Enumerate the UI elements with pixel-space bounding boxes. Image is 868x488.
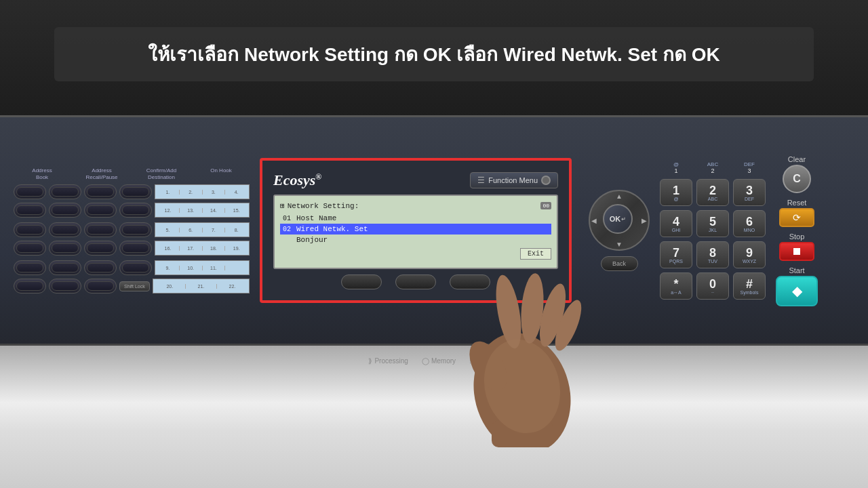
subtitle-text: ให้เราเลือก Network Setting กด OK เลือก …: [148, 44, 720, 65]
function-menu-button[interactable]: ☰ Function Menu: [470, 172, 558, 188]
sd-btn-12[interactable]: [14, 203, 46, 218]
sd-btn-15[interactable]: [119, 203, 152, 218]
start-label: Start: [789, 266, 804, 274]
sd-strip-2: 12. 13. 14. 15.: [155, 203, 250, 218]
clear-label: Clear: [788, 155, 806, 163]
label-on-hook: On Hook: [193, 167, 250, 180]
lcd-item-0[interactable]: 01 Host Name: [280, 213, 551, 224]
reset-icon: ⟳: [793, 212, 801, 223]
ok-button[interactable]: OK ↵: [603, 204, 633, 234]
sd-btn-2[interactable]: [49, 184, 81, 199]
shift-lock-button[interactable]: Shift Lock: [119, 281, 150, 291]
memory-status: ◯ Memory: [422, 357, 456, 365]
clear-symbol: C: [793, 173, 801, 185]
sd-btn-16[interactable]: [14, 241, 46, 256]
lcd-item-1-num: 02: [283, 226, 294, 233]
sd-btn-4[interactable]: [119, 184, 152, 199]
key-1[interactable]: 1@: [660, 179, 692, 206]
speed-dial-section: AddressBook AddressRecall/Pause Confirm/…: [14, 167, 250, 293]
clear-button[interactable]: C: [783, 165, 811, 193]
key-2[interactable]: 2ABC: [696, 179, 729, 206]
lcd-item-1[interactable]: 02 Wired Netwk. Set: [280, 224, 551, 235]
nav-right-arrow[interactable]: ▶: [642, 217, 647, 224]
stop-button[interactable]: ⏹: [779, 242, 814, 261]
key-8[interactable]: 8TUV: [696, 241, 729, 268]
sd-btn-19[interactable]: [119, 241, 152, 256]
right-controls: Clear C Reset ⟳ Stop ⏹ Start ◆: [776, 155, 818, 306]
col-label-def: DEF3: [733, 161, 766, 174]
sd-btn-18[interactable]: [84, 241, 117, 256]
display-section: Ecosys® ☰ Function Menu ⊞ Network Settin…: [260, 158, 572, 303]
function-menu-label: Function Menu: [488, 176, 538, 184]
sd-btn-21[interactable]: [49, 279, 81, 293]
sd-btn-blank[interactable]: [119, 260, 152, 275]
nav-down-arrow[interactable]: ▼: [616, 241, 623, 248]
reset-label: Reset: [787, 199, 807, 207]
sd-btn-14[interactable]: [84, 203, 117, 218]
nav-wheel[interactable]: ▲ ▼ ◀ ▶ OK ↵: [589, 190, 650, 251]
key-star[interactable]: *a↔A: [660, 272, 692, 300]
subtitle-banner: ให้เราเลือก Network Setting กด OK เลือก …: [54, 27, 814, 81]
lcd-exit-button[interactable]: Exit: [520, 248, 551, 260]
nav-section: ▲ ▼ ◀ ▶ OK ↵ Back: [589, 190, 650, 271]
key-4[interactable]: 4GHI: [660, 210, 692, 237]
sd-strip-4: 16. 17. 18. 19.: [155, 241, 250, 256]
reset-button[interactable]: ⟳: [779, 208, 814, 227]
lcd-title-icon: ⊞: [280, 201, 285, 210]
start-button[interactable]: ◆: [776, 276, 818, 306]
nav-left-arrow[interactable]: ◀: [591, 217, 597, 224]
sd-btn-13[interactable]: [49, 203, 81, 218]
speed-dial-labels: AddressBook AddressRecall/Pause Confirm/…: [14, 167, 250, 180]
sd-btn-5[interactable]: [14, 222, 46, 237]
key-hash[interactable]: #Symbols: [733, 272, 766, 300]
processing-status: ⟫ Processing: [368, 357, 408, 365]
sd-btn-3[interactable]: [84, 184, 117, 199]
lcd-item-1-label: Wired Netwk. Set: [296, 225, 368, 233]
soft-btn-2[interactable]: [395, 274, 436, 289]
sd-btn-10[interactable]: [49, 260, 81, 275]
bottom-surface: [0, 346, 868, 488]
stop-icon: ⏹: [791, 245, 802, 258]
sd-btn-6[interactable]: [49, 222, 81, 237]
sd-btn-20[interactable]: [14, 279, 46, 293]
lcd-item-0-label: Host Name: [296, 214, 336, 222]
key-9[interactable]: 9WXYZ: [733, 241, 766, 268]
key-6[interactable]: 6MNO: [733, 210, 766, 237]
display-top-row: Ecosys® ☰ Function Menu: [273, 171, 558, 189]
nav-up-arrow[interactable]: ▲: [616, 192, 623, 200]
sd-btn-7[interactable]: [84, 222, 117, 237]
sd-btn-8[interactable]: [119, 222, 152, 237]
col-label-abc: @1: [660, 161, 692, 174]
lcd-item-2-label: Bonjour: [296, 236, 328, 244]
key-5[interactable]: 5JKL: [696, 210, 729, 237]
soft-buttons: [273, 274, 558, 289]
ecosys-logo: Ecosys®: [273, 171, 321, 189]
sd-strip-6: 20. 21. 22.: [153, 279, 250, 293]
soft-btn-3[interactable]: [450, 274, 490, 289]
lcd-item-0-num: 01: [283, 215, 294, 222]
key-7[interactable]: 7PQRS: [660, 241, 692, 268]
key-3[interactable]: 3DEF: [733, 179, 766, 206]
attention-status: ! Attention: [469, 357, 499, 365]
lcd-item-2[interactable]: Bonjour: [280, 235, 551, 245]
col-label-abc2: ABC2: [696, 161, 729, 174]
sd-strip-1: 1. 2. 3. 4.: [155, 184, 250, 199]
stop-label: Stop: [789, 232, 805, 241]
sd-btn-17[interactable]: [49, 241, 81, 256]
keypad-grid: 1@ 2ABC 3DEF 4GHI 5JKL 6MNO 7PQRS 8TUV 9…: [660, 179, 766, 300]
lcd-screen: ⊞ Network Setting: 00 01 Host Name 02 Wi…: [273, 195, 558, 269]
label-address-book: AddressBook: [14, 167, 71, 180]
soft-btn-1[interactable]: [341, 274, 382, 289]
sd-btn-11[interactable]: [84, 260, 117, 275]
sd-btn-22[interactable]: [84, 279, 117, 293]
back-button[interactable]: Back: [601, 256, 638, 271]
lcd-exit-row: Exit: [280, 248, 551, 260]
start-icon: ◆: [792, 283, 802, 299]
lcd-title: ⊞ Network Setting: 00: [280, 201, 551, 210]
display-inner: Ecosys® ☰ Function Menu ⊞ Network Settin…: [268, 166, 564, 295]
sd-btn-1[interactable]: [14, 184, 46, 199]
printer-panel: AddressBook AddressRecall/Pause Confirm/…: [0, 115, 868, 346]
key-0[interactable]: 0··: [696, 272, 729, 300]
ok-label: OK ↵: [610, 215, 627, 223]
sd-btn-9[interactable]: [14, 260, 46, 275]
